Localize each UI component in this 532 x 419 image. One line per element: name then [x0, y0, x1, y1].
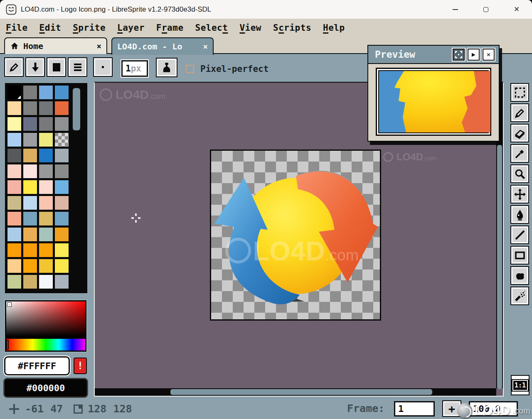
menu-help[interactable]: Help [323, 23, 345, 33]
palette-swatch[interactable] [55, 101, 69, 115]
palette-warning-button[interactable]: ! [74, 358, 87, 374]
filled-square-option-button[interactable] [47, 57, 66, 77]
move-tool-button[interactable] [510, 185, 529, 203]
palette-swatch[interactable] [55, 212, 69, 225]
palette-scroll-thumb[interactable] [73, 88, 80, 130]
maximize-button[interactable] [470, 0, 501, 19]
horizontal-scroll-thumb[interactable] [170, 389, 432, 395]
palette-swatch[interactable] [23, 228, 37, 241]
palette-swatch[interactable] [55, 180, 69, 194]
hue-slider[interactable] [6, 338, 85, 350]
preview-center-button[interactable] [453, 49, 465, 61]
palette-swatch[interactable] [39, 117, 53, 131]
palette-swatch[interactable] [7, 133, 21, 147]
palette-swatch[interactable] [55, 133, 69, 147]
tab-home-close-icon[interactable]: × [97, 42, 101, 51]
palette-swatch[interactable] [39, 259, 53, 273]
rectangular-marquee-tool-button[interactable] [510, 83, 529, 102]
foreground-color-field[interactable]: #FFFFFF [4, 356, 70, 375]
palette-swatch[interactable] [23, 133, 37, 147]
palette-swatch[interactable] [39, 180, 53, 194]
palette-swatch[interactable] [7, 259, 21, 273]
picker-cursor[interactable] [7, 303, 11, 306]
palette-swatch[interactable] [39, 164, 53, 178]
palette-swatch[interactable] [55, 196, 69, 210]
frame-input[interactable]: 1 [394, 401, 435, 417]
minimize-button[interactable] [440, 0, 470, 19]
palette-swatch[interactable] [7, 196, 21, 210]
palette-swatch[interactable] [7, 101, 21, 115]
actual-size-button[interactable]: 1:1 [511, 375, 530, 395]
palette-swatch[interactable] [23, 212, 37, 225]
hue-cursor[interactable] [6, 340, 9, 350]
palette-swatch[interactable] [7, 275, 21, 289]
menu-layer[interactable]: Layer [117, 23, 145, 33]
eraser-tool-button[interactable] [510, 124, 529, 142]
tab-home[interactable]: Home × [4, 37, 107, 54]
palette-swatch[interactable] [55, 243, 69, 257]
palette-swatch[interactable] [55, 275, 69, 289]
menu-view[interactable]: View [239, 23, 261, 33]
spray-tool-button[interactable] [510, 287, 529, 305]
palette-swatch[interactable] [55, 149, 69, 162]
palette-swatch[interactable] [23, 101, 37, 115]
dot-brush-button[interactable] [93, 57, 113, 77]
palette-swatch[interactable] [23, 117, 37, 131]
arrow-down-option-button[interactable] [25, 57, 45, 77]
palette-swatch[interactable] [39, 149, 53, 162]
preview-window[interactable]: Preview ▶ ✕ [367, 45, 500, 142]
saturation-value-area[interactable] [6, 301, 85, 338]
menu-select[interactable]: Select [195, 23, 228, 33]
palette-swatch[interactable] [39, 196, 53, 210]
preview-close-button[interactable]: ✕ [483, 49, 495, 61]
preview-play-button[interactable]: ▶ [468, 49, 480, 61]
palette-swatch[interactable] [39, 101, 53, 115]
menu-file[interactable]: File [6, 23, 28, 33]
color-picker[interactable] [5, 300, 86, 352]
palette-swatch[interactable] [23, 196, 37, 210]
palette-swatch[interactable] [7, 228, 21, 241]
vertical-scroll-thumb[interactable] [497, 145, 502, 389]
preview-title-bar[interactable]: Preview ▶ ✕ [368, 46, 499, 64]
sprite-canvas[interactable]: LO4D.com [210, 149, 381, 321]
palette-swatch[interactable] [7, 180, 21, 194]
palette-swatch[interactable] [7, 117, 21, 131]
eyedropper-tool-button[interactable] [510, 144, 529, 163]
rectangle-tool-button[interactable] [510, 246, 529, 265]
canvas-horizontal-scrollbar[interactable] [95, 388, 496, 396]
contour-tool-button[interactable] [510, 266, 529, 285]
palette-swatch[interactable] [7, 149, 21, 162]
palette-swatch[interactable] [23, 180, 37, 194]
pencil-option-button[interactable] [4, 57, 24, 77]
palette-swatch[interactable] [39, 275, 53, 289]
tab-document-close-icon[interactable]: × [203, 42, 208, 51]
palette-swatch[interactable] [39, 133, 53, 147]
palette-swatch[interactable] [7, 86, 21, 99]
palette-swatch[interactable] [23, 243, 37, 257]
palette-swatch[interactable] [55, 164, 69, 178]
palette-swatch[interactable] [23, 259, 37, 273]
pencil-tool-button[interactable] [510, 103, 529, 122]
ink-button[interactable] [156, 58, 177, 77]
close-button[interactable]: ✕ [501, 0, 532, 19]
menu-edit[interactable]: Edit [39, 23, 62, 33]
palette-scrollbar[interactable] [72, 86, 85, 291]
lines-option-button[interactable] [68, 57, 87, 77]
menu-scripts[interactable]: Scripts [273, 23, 311, 33]
palette-swatch[interactable] [39, 86, 53, 99]
palette-swatch[interactable] [39, 212, 53, 225]
palette-swatch[interactable] [55, 86, 69, 99]
palette-swatch[interactable] [39, 228, 53, 241]
palette-swatch[interactable] [7, 164, 21, 178]
palette-swatch[interactable] [7, 243, 21, 257]
palette-swatch[interactable] [23, 149, 37, 162]
pixel-perfect-checkbox[interactable] [186, 65, 194, 73]
brush-size-input[interactable]: 1px [121, 60, 148, 77]
paint-bucket-tool-button[interactable] [510, 205, 529, 224]
palette-swatch[interactable] [55, 117, 69, 131]
palette-swatch[interactable] [39, 243, 53, 257]
palette-swatch[interactable] [55, 259, 69, 273]
menu-frame[interactable]: Frame [156, 23, 184, 33]
background-color-field[interactable]: #000000 [3, 378, 88, 398]
line-tool-button[interactable] [510, 225, 529, 244]
